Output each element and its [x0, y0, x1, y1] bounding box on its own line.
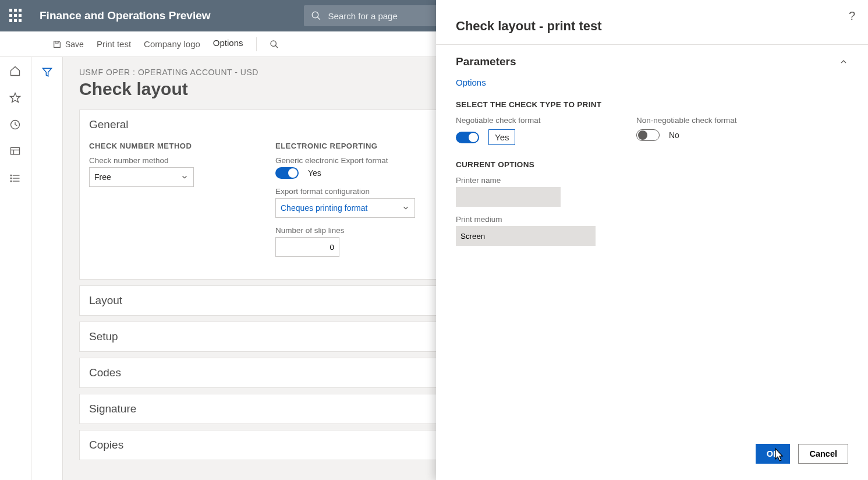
caps-select-check-type: SELECT THE CHECK TYPE TO PRINT — [456, 100, 848, 109]
workspace-icon[interactable] — [9, 146, 22, 158]
svg-rect-16 — [55, 41, 58, 43]
search-icon — [311, 10, 321, 21]
options-link[interactable]: Options — [456, 77, 848, 87]
select-export-config[interactable]: Cheques printing format — [275, 198, 415, 218]
label-slip-lines: Number of slip lines — [275, 226, 450, 235]
help-icon[interactable]: ? — [849, 9, 855, 23]
toggle-export-format[interactable] — [275, 167, 299, 179]
dialog-title: Check layout - print test — [436, 0, 868, 44]
caps-current-options: CURRENT OPTIONS — [456, 160, 848, 169]
svg-point-17 — [271, 41, 276, 46]
label-export-format: Generic electronic Export format — [275, 156, 450, 165]
svg-line-18 — [275, 45, 278, 48]
cancel-button[interactable]: Cancel — [798, 444, 848, 464]
toggle-negotiable[interactable] — [456, 132, 479, 143]
chevron-down-icon — [402, 204, 410, 212]
svg-point-13 — [10, 175, 12, 176]
group-electronic-reporting: ELECTRONIC REPORTING — [275, 142, 450, 150]
options-button[interactable]: Options — [213, 38, 243, 50]
home-icon[interactable] — [9, 65, 22, 78]
svg-line-1 — [317, 17, 320, 20]
input-print-medium — [456, 226, 596, 246]
label-non-negotiable: Non-negotiable check format — [636, 116, 776, 125]
ok-button[interactable]: OK — [756, 444, 791, 464]
svg-marker-5 — [10, 93, 20, 103]
parameters-header: Parameters — [456, 55, 516, 68]
label-printer-name: Printer name — [456, 176, 848, 185]
save-button[interactable]: Save — [52, 40, 84, 49]
save-label: Save — [65, 40, 84, 49]
clock-icon[interactable] — [9, 119, 22, 132]
svg-point-15 — [10, 181, 12, 182]
module-list-icon[interactable] — [9, 172, 22, 185]
chevron-down-icon — [180, 173, 189, 181]
svg-rect-7 — [10, 147, 19, 154]
waffle-icon[interactable] — [9, 9, 23, 23]
dialog-print-test: ? Check layout - print test Parameters O… — [436, 0, 868, 480]
svg-point-0 — [312, 12, 318, 18]
label-check-number-method: Check number method — [89, 156, 252, 165]
value-export-config: Cheques printing format — [281, 203, 367, 213]
svg-marker-19 — [42, 68, 51, 76]
input-printer-name — [456, 187, 561, 207]
star-icon[interactable] — [9, 92, 22, 105]
left-nav-rail — [0, 31, 31, 480]
app-title: Finance and Operations Preview — [40, 9, 211, 22]
filter-column — [31, 57, 63, 480]
select-check-number-method[interactable]: Free — [89, 167, 194, 187]
chevron-up-icon[interactable] — [839, 57, 848, 66]
group-check-number-method: CHECK NUMBER METHOD — [89, 142, 252, 150]
input-slip-lines[interactable] — [275, 237, 339, 257]
label-negotiable: Negotiable check format — [456, 116, 596, 125]
save-icon — [52, 40, 62, 49]
label-print-medium: Print medium — [456, 215, 848, 224]
toggle-non-negotiable[interactable] — [636, 129, 660, 141]
value-export-format: Yes — [308, 168, 321, 178]
company-logo-button[interactable]: Company logo — [144, 39, 200, 49]
svg-point-14 — [10, 178, 12, 179]
value-check-number-method: Free — [94, 172, 111, 182]
label-export-config: Export format configuration — [275, 187, 450, 196]
find-icon[interactable] — [270, 40, 279, 49]
filter-icon[interactable] — [41, 66, 53, 480]
value-negotiable: Yes — [488, 129, 515, 145]
print-test-button[interactable]: Print test — [97, 39, 131, 49]
value-non-negotiable: No — [669, 130, 679, 140]
